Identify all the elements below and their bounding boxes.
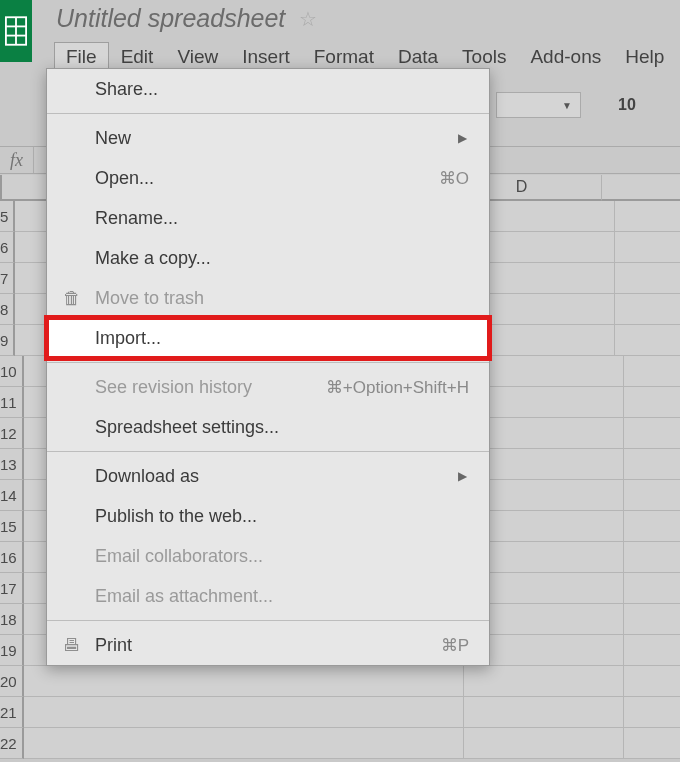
cell[interactable]	[24, 728, 464, 759]
menu-item-label: Import...	[95, 328, 469, 349]
cell[interactable]	[464, 697, 624, 728]
column-header[interactable]	[602, 175, 680, 201]
menu-item-label: Share...	[95, 79, 469, 100]
menu-separator	[47, 451, 489, 452]
row-header[interactable]: 15	[0, 511, 24, 542]
menu-item-import[interactable]: Import...	[47, 318, 489, 358]
menu-help[interactable]: Help	[613, 42, 676, 74]
cell[interactable]	[624, 480, 680, 511]
row-header[interactable]: 8	[0, 294, 15, 325]
menu-item-shortcut: ⌘P	[441, 635, 469, 656]
cell[interactable]	[24, 666, 464, 697]
menu-item-open[interactable]: Open...⌘O	[47, 158, 489, 198]
cell[interactable]	[624, 728, 680, 759]
menu-item-move-to-trash: 🗑Move to trash	[47, 278, 489, 318]
menu-item-email-as-attachment: Email as attachment...	[47, 576, 489, 616]
row-header[interactable]: 13	[0, 449, 24, 480]
cell[interactable]	[615, 325, 680, 356]
submenu-arrow-icon: ▶	[458, 469, 467, 483]
menu-item-label: Publish to the web...	[95, 506, 469, 527]
menu-item-label: Move to trash	[95, 288, 469, 309]
menu-item-spreadsheet-settings[interactable]: Spreadsheet settings...	[47, 407, 489, 447]
row-header[interactable]: 11	[0, 387, 24, 418]
document-title[interactable]: Untitled spreadsheet	[56, 4, 285, 33]
row-header[interactable]: 17	[0, 573, 24, 604]
cell[interactable]	[615, 294, 680, 325]
menu-item-email-collaborators: Email collaborators...	[47, 536, 489, 576]
print-icon: 🖶	[63, 635, 81, 656]
menu-item-print[interactable]: 🖶Print⌘P	[47, 625, 489, 665]
menu-item-shortcut: ⌘O	[439, 168, 469, 189]
cell[interactable]	[624, 666, 680, 697]
menu-item-label: Open...	[95, 168, 439, 189]
file-menu: Share...New▶Open...⌘ORename...Make a cop…	[46, 68, 490, 666]
menu-item-label: See revision history	[95, 377, 326, 398]
menu-item-share[interactable]: Share...	[47, 69, 489, 109]
row: 20	[0, 666, 680, 697]
cell[interactable]	[624, 573, 680, 604]
trash-icon: 🗑	[63, 288, 81, 309]
menu-item-label: Email collaborators...	[95, 546, 469, 567]
cell[interactable]	[624, 387, 680, 418]
row-header[interactable]: 9	[0, 325, 15, 356]
cell[interactable]	[624, 604, 680, 635]
row-header[interactable]: 16	[0, 542, 24, 573]
row-header[interactable]: 22	[0, 728, 24, 759]
menu-item-label: New	[95, 128, 469, 149]
row-header[interactable]: 20	[0, 666, 24, 697]
cell[interactable]	[624, 635, 680, 666]
menu-item-rename[interactable]: Rename...	[47, 198, 489, 238]
cell[interactable]	[464, 666, 624, 697]
cell[interactable]	[615, 232, 680, 263]
row-header[interactable]: 5	[0, 201, 15, 232]
menu-separator	[47, 620, 489, 621]
row-header[interactable]: 6	[0, 232, 15, 263]
column-label: D	[516, 178, 528, 196]
separator	[33, 147, 34, 173]
fx-label: fx	[0, 150, 33, 171]
menu-item-publish-to-the-web[interactable]: Publish to the web...	[47, 496, 489, 536]
cell[interactable]	[624, 542, 680, 573]
menu-item-new[interactable]: New▶	[47, 118, 489, 158]
row-header[interactable]: 7	[0, 263, 15, 294]
menu-separator	[47, 362, 489, 363]
menu-item-label: Print	[95, 635, 441, 656]
cell[interactable]	[624, 418, 680, 449]
menu-item-label: Email as attachment...	[95, 586, 469, 607]
row: 21	[0, 697, 680, 728]
cell[interactable]	[624, 449, 680, 480]
app-sheets-icon[interactable]	[0, 0, 32, 62]
cell[interactable]	[624, 356, 680, 387]
menu-item-make-a-copy[interactable]: Make a copy...	[47, 238, 489, 278]
submenu-arrow-icon: ▶	[458, 131, 467, 145]
row-header[interactable]: 14	[0, 480, 24, 511]
cell[interactable]	[624, 511, 680, 542]
row-header[interactable]: 21	[0, 697, 24, 728]
row-header[interactable]: 18	[0, 604, 24, 635]
cell[interactable]	[615, 263, 680, 294]
menu-add-ons[interactable]: Add-ons	[518, 42, 613, 74]
row-header[interactable]: 10	[0, 356, 24, 387]
font-size-value[interactable]: 10	[618, 96, 636, 114]
cell[interactable]	[615, 201, 680, 232]
menu-item-download-as[interactable]: Download as▶	[47, 456, 489, 496]
row-header[interactable]: 12	[0, 418, 24, 449]
menu-item-label: Rename...	[95, 208, 469, 229]
cell[interactable]	[464, 728, 624, 759]
chevron-down-icon: ▼	[562, 100, 572, 111]
row-header[interactable]: 19	[0, 635, 24, 666]
menu-item-see-revision-history: See revision history⌘+Option+Shift+H	[47, 367, 489, 407]
star-icon[interactable]: ☆	[299, 7, 317, 31]
menu-separator	[47, 113, 489, 114]
menu-item-label: Download as	[95, 466, 469, 487]
menu-item-label: Make a copy...	[95, 248, 469, 269]
row: 22	[0, 728, 680, 759]
toolbar-dropdown[interactable]: ▼	[496, 92, 581, 118]
cell[interactable]	[624, 697, 680, 728]
menu-item-shortcut: ⌘+Option+Shift+H	[326, 377, 469, 398]
menu-item-label: Spreadsheet settings...	[95, 417, 469, 438]
cell[interactable]	[24, 697, 464, 728]
